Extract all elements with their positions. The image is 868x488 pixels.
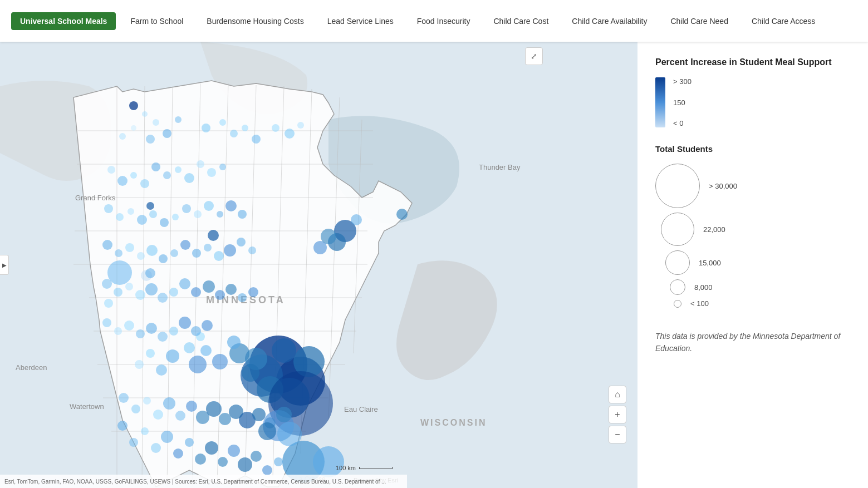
svg-point-78 — [175, 166, 182, 173]
svg-point-114 — [145, 283, 158, 295]
zoom-out-button[interactable]: − — [609, 426, 626, 443]
bubble-legend-title: Total Students — [655, 144, 850, 154]
scale-line — [359, 467, 393, 469]
svg-point-97 — [115, 249, 122, 257]
svg-point-140 — [396, 209, 408, 220]
bubble-label: > 30,000 — [709, 182, 737, 190]
nav-item-universal-school-meals[interactable]: Universal School Meals — [11, 12, 116, 30]
svg-point-116 — [169, 288, 178, 297]
svg-point-92 — [204, 201, 214, 211]
data-source-text: This data is provided by the Minnesota D… — [655, 330, 850, 355]
svg-point-137 — [129, 101, 138, 110]
map-controls: ⌂ + − — [609, 386, 626, 443]
svg-point-152 — [238, 457, 252, 472]
svg-point-76 — [151, 162, 160, 171]
svg-point-73 — [117, 176, 127, 186]
svg-point-102 — [170, 249, 178, 257]
sidebar-toggle[interactable]: ▶ — [0, 255, 9, 275]
svg-text:Grand Forks: Grand Forks — [75, 194, 116, 202]
svg-point-122 — [238, 293, 247, 302]
svg-point-56 — [351, 214, 362, 225]
color-gradient-bar — [655, 77, 665, 127]
svg-point-106 — [214, 251, 224, 261]
bubble-row: > 30,000 — [655, 164, 850, 208]
svg-point-165 — [219, 413, 231, 425]
svg-point-146 — [173, 448, 183, 459]
nav-item-burdensome-housing-costs[interactable]: Burdensome Housing Costs — [198, 12, 312, 30]
svg-point-108 — [237, 238, 246, 247]
color-label-mid: 150 — [673, 98, 692, 107]
svg-point-161 — [175, 411, 185, 421]
svg-point-41 — [242, 364, 259, 382]
svg-point-50 — [146, 349, 155, 358]
svg-point-162 — [186, 401, 197, 412]
home-button[interactable]: ⌂ — [609, 386, 626, 403]
nav-item-lead-service-lines[interactable]: Lead Service Lines — [318, 12, 403, 30]
svg-point-157 — [131, 405, 140, 413]
svg-point-125 — [114, 327, 122, 335]
svg-point-81 — [207, 168, 216, 177]
svg-text:Eau Claire: Eau Claire — [344, 405, 378, 413]
svg-point-121 — [225, 284, 237, 295]
nav-item-child-care-availability[interactable]: Child Care Availability — [563, 12, 656, 30]
svg-point-143 — [141, 427, 149, 435]
zoom-in-button[interactable]: + — [609, 406, 626, 423]
svg-point-132 — [191, 326, 201, 336]
svg-point-133 — [202, 320, 213, 331]
svg-point-168 — [252, 408, 266, 421]
svg-point-107 — [224, 244, 236, 257]
svg-point-75 — [140, 179, 149, 188]
bubble-label: 8,000 — [694, 283, 713, 292]
nav-item-farm-to-school[interactable]: Farm to School — [121, 12, 192, 30]
svg-point-65 — [219, 119, 226, 126]
svg-point-117 — [179, 278, 190, 289]
svg-point-55 — [313, 241, 327, 254]
bubble-row: 8,000 — [655, 279, 850, 295]
svg-point-136 — [145, 268, 155, 278]
svg-point-148 — [195, 454, 206, 465]
svg-point-99 — [137, 252, 145, 260]
svg-text:Aberdeen: Aberdeen — [16, 363, 47, 372]
bubble-row: 15,000 — [655, 250, 850, 275]
svg-point-151 — [228, 445, 240, 457]
nav-item-food-insecurity[interactable]: Food Insecurity — [408, 12, 479, 30]
svg-point-147 — [185, 438, 194, 447]
svg-point-86 — [137, 215, 147, 225]
bubble-row: 22,000 — [655, 213, 850, 246]
svg-point-58 — [175, 116, 182, 123]
bubble-row: < 100 — [655, 299, 850, 308]
svg-point-112 — [125, 283, 133, 290]
svg-point-70 — [285, 129, 295, 139]
bubble-circle — [674, 300, 681, 308]
nav-item-child-care-access[interactable]: Child Care Access — [743, 12, 824, 30]
svg-point-82 — [219, 164, 226, 170]
bubble-label: 22,000 — [703, 225, 725, 234]
nav-item-child-care-cost[interactable]: Child Care Cost — [484, 12, 557, 30]
color-labels: > 300 150 < 0 — [673, 77, 692, 127]
color-legend-title: Percent Increase in Student Meal Support — [655, 57, 850, 67]
svg-point-129 — [158, 332, 168, 342]
svg-point-77 — [163, 171, 171, 179]
svg-point-130 — [169, 327, 178, 336]
svg-point-115 — [158, 293, 168, 303]
expand-button[interactable]: ⤢ — [525, 47, 543, 65]
svg-point-123 — [248, 287, 258, 297]
svg-point-94 — [225, 200, 237, 211]
svg-point-139 — [208, 230, 219, 241]
svg-point-80 — [197, 160, 204, 168]
svg-point-49 — [156, 364, 167, 376]
nav-item-child-care-need[interactable]: Child Care Need — [661, 12, 737, 30]
svg-point-154 — [262, 465, 272, 475]
svg-point-79 — [184, 173, 194, 183]
svg-point-138 — [146, 202, 154, 210]
color-label-high: > 300 — [673, 77, 692, 86]
svg-point-144 — [151, 443, 161, 453]
svg-point-150 — [218, 457, 228, 467]
svg-point-87 — [149, 210, 157, 218]
svg-point-149 — [205, 441, 218, 455]
svg-point-96 — [102, 240, 112, 250]
bubble-legend: > 30,00022,00015,0008,000< 100 — [655, 164, 850, 308]
color-label-low: < 0 — [673, 119, 692, 127]
svg-point-155 — [274, 457, 283, 466]
svg-text:Thunder Bay: Thunder Bay — [479, 163, 521, 171]
